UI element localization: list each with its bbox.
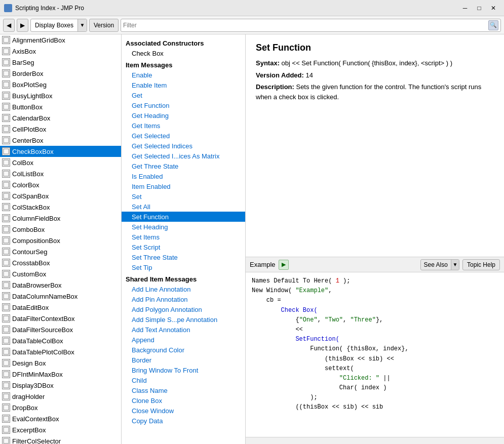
list-item[interactable]: Get [122,90,245,100]
list-item[interactable]: Get Selected Indices [122,141,245,151]
list-item[interactable]: Set Script [122,242,245,252]
list-item[interactable]: Add Pin Annotation [122,294,245,304]
item-label: ComboBox [12,226,45,233]
list-item[interactable]: CompositionBox [0,235,121,246]
section-header: Item Messages [122,58,245,70]
list-item[interactable]: ComboBox [0,224,121,235]
list-item[interactable]: Background Color [122,345,245,355]
item-icon [2,270,10,278]
display-boxes-dropdown[interactable]: Display Boxes ▼ [30,19,87,32]
list-item[interactable]: Bring Window To Front [122,365,245,375]
list-item[interactable]: Set All [122,201,245,212]
svg-rect-21 [4,271,9,276]
list-item[interactable]: Set Items [122,232,245,242]
list-item[interactable]: DataBrowserBox [0,279,121,291]
list-item[interactable]: DataFilterSourceBox [0,324,121,335]
list-item[interactable]: dragHolder [0,391,121,402]
list-item[interactable]: CheckBoxBox [0,146,121,157]
list-item[interactable]: Is Enabled [122,171,245,181]
svg-rect-33 [4,405,9,410]
list-item[interactable]: FilterColSelector [0,435,121,444]
list-item[interactable]: DropBox [0,402,121,413]
list-item[interactable]: Set Heading [122,222,245,232]
search-icon[interactable]: 🔍 [488,20,498,30]
forward-button[interactable]: ▶ [17,19,28,32]
version-button[interactable]: Version [89,19,119,32]
list-item[interactable]: DataEditBox [0,302,121,313]
list-item[interactable]: Add Text Annotation [122,325,245,335]
list-item[interactable]: Design Box [0,357,121,369]
list-item[interactable]: CenterBox [0,135,121,146]
list-item[interactable]: ButtonBox [0,101,121,112]
list-item[interactable]: EvalContextBox [0,413,121,424]
back-button[interactable]: ◀ [3,19,15,32]
list-item[interactable]: Get Selected I...ices As Matrix [122,151,245,161]
list-item[interactable]: Add Simple S...pe Annotation [122,314,245,325]
list-item[interactable]: Close Window [122,406,245,416]
list-item[interactable]: CellPlotBox [0,124,121,135]
list-item[interactable]: DataFilterContextBox [0,313,121,324]
list-item[interactable]: Append [122,335,245,345]
list-item[interactable]: Check Box [122,48,245,58]
list-item[interactable]: ContourSeg [0,246,121,257]
svg-rect-22 [4,282,9,288]
list-item[interactable]: AlignmentGridBox [0,34,121,46]
left-panel: AlignmentGridBoxAxisBoxBarSegBorderBoxBo… [0,34,122,444]
list-item[interactable]: CustomBox [0,268,121,279]
list-item[interactable]: ColSpanBox [0,190,121,201]
close-button[interactable]: ✕ [487,3,500,13]
list-item[interactable]: Set Three State [122,252,245,262]
list-item[interactable]: Add Line Annotation [122,284,245,294]
item-label: DataColumnNameBox [12,293,77,300]
list-item[interactable]: Display3DBox [0,380,121,391]
list-item[interactable]: AxisBox [0,46,121,57]
list-item[interactable]: Get Heading [122,110,245,120]
list-item[interactable]: Get Selected [122,131,245,141]
list-item[interactable]: BusyLightBox [0,90,121,101]
list-item[interactable]: Class Name [122,385,245,395]
list-item[interactable]: DFIntMinMaxBox [0,369,121,380]
list-item[interactable]: CalendarBox [0,112,121,124]
list-item[interactable]: ColumnFieldBox [0,213,121,224]
list-item[interactable]: CrosstabBox [0,257,121,268]
list-item[interactable]: Set [122,191,245,201]
list-item[interactable]: Set Function [122,212,245,222]
list-item[interactable]: Enable Item [122,80,245,90]
filter-input[interactable] [123,22,488,29]
list-item[interactable]: BoxPlotSeg [0,79,121,90]
list-item[interactable]: ExcerptBox [0,424,121,435]
list-item[interactable]: Child [122,375,245,385]
list-item[interactable]: Set Tip [122,262,245,272]
see-also-dropdown[interactable]: See Also ▼ [420,259,459,270]
topic-help-button[interactable]: Topic Help [462,259,500,270]
list-item[interactable]: Get Items [122,120,245,131]
maximize-button[interactable]: □ [473,3,486,13]
list-item[interactable]: DataTablePlotColBox [0,346,121,357]
item-label: ColBox [12,159,33,167]
list-item[interactable]: Enable [122,70,245,80]
list-item[interactable]: ColBox [0,157,121,168]
list-item[interactable]: ColorBox [0,179,121,190]
run-button[interactable]: ▶ [279,260,289,270]
list-item[interactable]: ColListBox [0,168,121,179]
list-item[interactable]: ColStackBox [0,201,121,213]
item-icon [2,92,10,100]
svg-rect-15 [4,205,9,210]
list-item[interactable]: Clone Box [122,395,245,406]
code-line: New Window( "Example", [252,286,498,296]
list-item[interactable]: Get Three State [122,161,245,171]
list-item[interactable]: BorderBox [0,68,121,79]
svg-rect-6 [4,104,9,109]
list-item[interactable]: BarSeg [0,57,121,68]
svg-rect-1 [4,49,9,54]
minimize-button[interactable]: ─ [458,3,472,13]
list-item[interactable]: DataTableColBox [0,335,121,346]
list-item[interactable]: Item Enabled [122,181,245,191]
list-item[interactable]: Copy Data [122,416,245,426]
window-controls: ─ □ ✕ [458,3,500,13]
horizontal-scrollbar[interactable] [246,437,504,444]
list-item[interactable]: DataColumnNameBox [0,291,121,302]
list-item[interactable]: Get Function [122,100,245,110]
list-item[interactable]: Add Polygon Annotation [122,304,245,314]
list-item[interactable]: Border [122,355,245,365]
